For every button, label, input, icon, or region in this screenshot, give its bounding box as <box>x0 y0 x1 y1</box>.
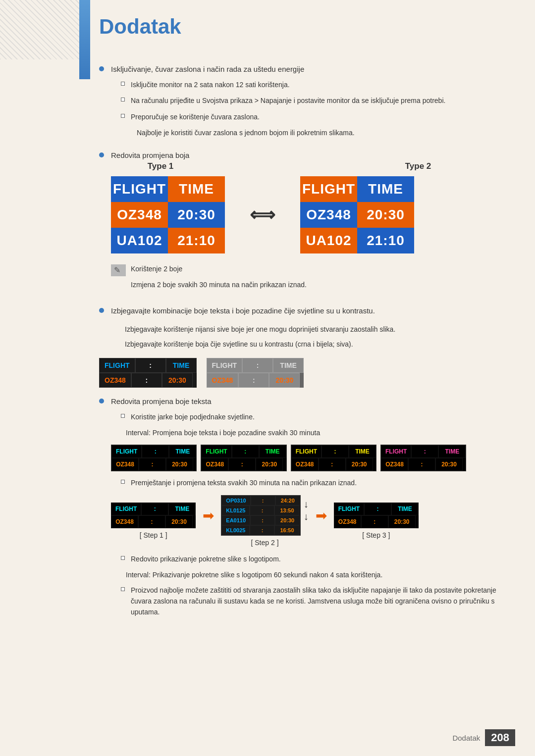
bullet-text-4: Redovita promjena boje teksta <box>111 396 515 407</box>
footer-page-number: 208 <box>485 729 515 746</box>
sub-square <box>121 414 125 418</box>
bullet-dot <box>99 308 104 313</box>
color-board-v3: FLIGHT : TIME OZ348 : 20:30 <box>291 445 376 471</box>
cv1-time: TIME <box>169 445 196 458</box>
s3-time: TIME <box>391 503 419 515</box>
small-dark-sep-1: : <box>135 358 166 373</box>
bullet-dot <box>99 399 104 403</box>
arrow-down-container: ↓ ↓ <box>304 499 309 522</box>
s1-sep1: : <box>141 503 168 515</box>
small-board-dark: FLIGHT : TIME OZ348 : 20:30 <box>99 358 197 388</box>
mid-r4c2: : <box>250 525 274 535</box>
step-item-1: FLIGHT : TIME OZ348 : 20:30 [ Step 1 ] <box>111 503 196 539</box>
step1-label: [ Step 1 ] <box>140 531 167 539</box>
small-dark-time: TIME <box>166 358 197 373</box>
sub-text-4a: Koristite jarke boje podjednake svjetlin… <box>131 411 255 422</box>
small-gray-time-val: 20:30 <box>269 373 300 388</box>
s1-time: TIME <box>168 503 196 515</box>
small-gray-sep-1: : <box>242 358 273 373</box>
small-dark-time-val: 20:30 <box>162 373 193 388</box>
cv4-time: TIME <box>438 445 466 458</box>
indent-text-1c: Najbolje je koristiti čuvar zaslona s je… <box>137 127 445 138</box>
cv3-flight: FLIGHT <box>291 445 321 458</box>
sub-item-1a: Isključite monitor na 2 sata nakon 12 sa… <box>121 79 445 90</box>
step2-board: OP0310 : 24:20 KL0125 : 13:50 <box>221 495 300 536</box>
flight-header-right-1: TIME <box>168 176 225 202</box>
flight-row2-right-1: 21:10 <box>168 228 225 253</box>
flight-row1-left-1: OZ348 <box>111 202 168 228</box>
flight-row1-right-1: 20:30 <box>168 202 225 228</box>
note-icon <box>111 264 126 276</box>
double-arrow-icon: ⟺ <box>250 204 275 225</box>
indent-text-4c: Interval: Prikazivanje pokretne slike s … <box>126 569 515 580</box>
s1-oz: OZ348 <box>111 515 138 528</box>
arrow-down-icon-1: ↓ <box>304 499 309 510</box>
color-boards-row: FLIGHT : TIME OZ348 : 20:30 FLI <box>111 445 515 471</box>
sub-square <box>121 587 125 591</box>
sub-text-1b: Na računalu prijeđite u Svojstva prikaza… <box>131 95 445 106</box>
note-text: Korištenje 2 boje <box>131 263 182 274</box>
arrow-right-icon-2: ➡ <box>316 507 327 524</box>
sub-square <box>121 82 125 86</box>
mid-r2c2: : <box>250 505 274 515</box>
cv4-time-val: 20:30 <box>435 458 463 471</box>
sub-square <box>121 480 125 484</box>
cv3-time-val: 20:30 <box>346 458 373 471</box>
indent-text-4a: Interval: Promjena boje teksta i boje po… <box>126 427 515 438</box>
sub-square <box>121 114 125 118</box>
type2-label: Type 2 <box>369 161 468 171</box>
bullet-item-3: Izbjegavajte kombinacije boje teksta i b… <box>99 305 515 317</box>
flight-row2-left-2: UA102 <box>300 228 357 253</box>
step1-board: FLIGHT : TIME OZ348 : 20:30 <box>111 503 196 528</box>
small-boards-row-dark: FLIGHT : TIME OZ348 : 20:30 FLIGHT : TIM… <box>99 358 515 388</box>
sub-item-1b: Na računalu prijeđite u Svojstva prikaza… <box>121 95 445 106</box>
s1-time-val: 20:30 <box>165 515 193 528</box>
mid-r2c3: 13:50 <box>274 505 299 515</box>
sub-item-1c: Preporučuje se korištenje čuvara zaslona… <box>121 111 445 122</box>
cv1-oz: OZ348 <box>111 458 139 471</box>
step-item-3: FLIGHT : TIME OZ348 : 20:30 [ Step 3 ] <box>334 503 419 539</box>
cv3-sep2: : <box>319 458 346 471</box>
cv4-flight: FLIGHT <box>381 445 411 458</box>
cv2-sep1: : <box>232 445 259 458</box>
bullet-text-3: Izbjegavajte kombinacije boje teksta i b… <box>111 305 375 317</box>
mid-r1c3: 24:20 <box>275 496 300 505</box>
cv4-sep1: : <box>411 445 438 458</box>
color-board-v1: FLIGHT : TIME OZ348 : 20:30 <box>111 445 197 471</box>
top-decoration <box>0 0 79 59</box>
cv1-sep2: : <box>139 458 166 471</box>
cv2-time: TIME <box>259 445 286 458</box>
flight-row2-left-1: UA102 <box>111 228 168 253</box>
small-dark-sep-2: : <box>131 373 162 388</box>
s3-oz: OZ348 <box>334 515 361 528</box>
type-labels: Type 1 Type 2 <box>111 161 515 171</box>
note-indent: Izmjena 2 boje svakih 30 minuta na način… <box>131 279 515 290</box>
arrow-right-icon-1: ➡ <box>203 507 214 524</box>
step-boards-row: FLIGHT : TIME OZ348 : 20:30 [ Step 1 ] <box>111 495 515 547</box>
cv1-flight: FLIGHT <box>111 445 142 458</box>
color-board-v4: FLIGHT : TIME OZ348 : 20:30 <box>380 445 466 471</box>
mid-r3c3: 20:30 <box>275 515 300 525</box>
step-item-2: OP0310 : 24:20 KL0125 : 13:50 <box>221 495 308 547</box>
cv3-time: TIME <box>349 445 376 458</box>
bullet-text-1: Isključivanje, čuvar zaslona i način rad… <box>111 63 445 75</box>
indent-text-3a: Izbjegavajte korištenje nijansi sive boj… <box>125 324 515 335</box>
sub-text-1c: Preporučuje se korištenje čuvara zaslona… <box>131 111 260 122</box>
s1-sep2: : <box>138 515 165 528</box>
cv2-time-val: 20:30 <box>256 458 283 471</box>
bullet-text-2: Redovita promjena boja <box>111 150 515 161</box>
mid-r3c2: : <box>250 515 275 525</box>
small-gray-sep-2: : <box>238 373 269 388</box>
sub-text-1a: Isključite monitor na 2 sata nakon 12 sa… <box>131 79 290 90</box>
flight-row2-right-2: 21:10 <box>357 228 414 253</box>
color-board-v2: FLIGHT : TIME OZ348 : 20:30 <box>201 445 286 471</box>
s1-flight: FLIGHT <box>111 503 141 515</box>
mid-r2c1: KL0125 <box>221 505 250 515</box>
flight-row1-right-2: 20:30 <box>357 202 414 228</box>
sub-text-4c: Redovito prikazivanje pokretne slike s l… <box>131 554 281 564</box>
cv1-time-val: 20:30 <box>166 458 193 471</box>
step2-label: [ Step 2 ] <box>251 539 278 547</box>
flight-row1-left-2: OZ348 <box>300 202 357 228</box>
cv3-oz: OZ348 <box>291 458 319 471</box>
mid-r3c1: EA0110 <box>221 515 250 525</box>
